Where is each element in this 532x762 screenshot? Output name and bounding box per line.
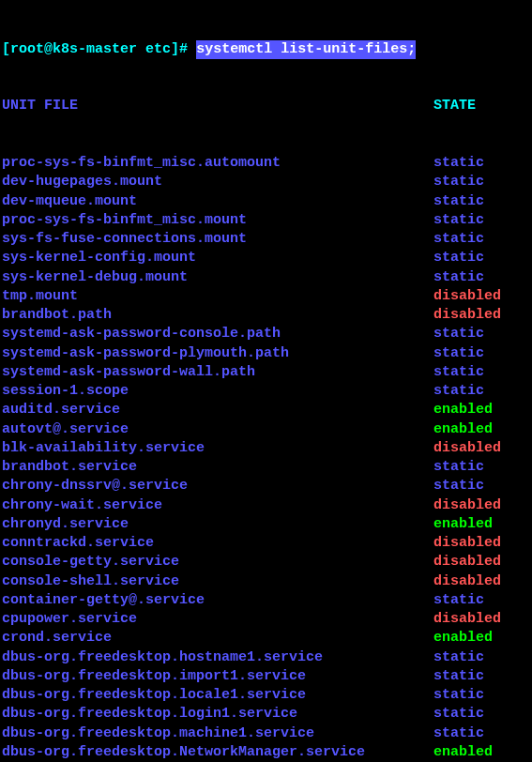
unit-name: sys-fs-fuse-connections.mount [2,230,433,249]
unit-list: proc-sys-fs-binfmt_misc.automountstaticd… [2,154,530,762]
unit-state: static [433,667,484,686]
unit-row: dev-hugepages.mountstatic [2,173,530,191]
prompt-close-bracket: ] [171,40,179,59]
unit-row: chrony-wait.servicedisabled [2,496,530,515]
unit-state: enabled [433,629,493,648]
unit-row: dbus-org.freedesktop.NetworkManager.serv… [2,743,530,762]
unit-name: dbus-org.freedesktop.login1.service [2,705,433,724]
unit-row: conntrackd.servicedisabled [2,534,530,553]
unit-name: chrony-dnssrv@.service [2,477,433,495]
prompt-line: [root@k8s-master etc]# systemctl list-un… [2,40,530,59]
unit-row: sys-kernel-config.mountstatic [2,249,530,267]
unit-state: disabled [433,496,501,515]
unit-state: enabled [433,515,493,534]
unit-name: chronyd.service [2,515,433,534]
unit-row: sys-kernel-debug.mountstatic [2,268,530,287]
unit-state: static [433,648,484,667]
unit-row: brandbot.pathdisabled [2,306,530,325]
unit-state: disabled [433,572,501,591]
unit-name: systemd-ask-password-console.path [2,325,433,343]
prompt-hash: # [179,40,196,59]
unit-name: brandbot.path [2,306,433,325]
unit-name: sys-kernel-config.mount [2,249,433,267]
unit-state: disabled [433,534,501,553]
unit-state: disabled [433,287,501,306]
unit-name: sys-kernel-debug.mount [2,268,433,287]
unit-name: console-shell.service [2,572,433,591]
unit-name: blk-availability.service [2,439,433,458]
unit-row: sys-fs-fuse-connections.mountstatic [2,230,530,249]
unit-row: brandbot.servicestatic [2,458,530,477]
unit-name: cpupower.service [2,610,433,629]
unit-state: disabled [433,439,501,458]
unit-state: static [433,249,484,267]
unit-state: static [433,211,484,230]
prompt-at: @ [44,40,53,59]
unit-row: chrony-dnssrv@.servicestatic [2,477,530,495]
header-state: STATE [433,97,476,115]
unit-row: systemd-ask-password-wall.pathstatic [2,363,530,382]
unit-row: console-shell.servicedisabled [2,572,530,591]
unit-name: dbus-org.freedesktop.machine1.service [2,724,433,743]
unit-name: systemd-ask-password-wall.path [2,363,433,382]
header-row: UNIT FILESTATE [2,97,530,115]
unit-row: session-1.scopestatic [2,382,530,401]
unit-state: disabled [433,306,501,325]
unit-row: dbus-org.freedesktop.hostname1.servicest… [2,648,530,667]
unit-name: chrony-wait.service [2,496,433,515]
unit-row: autovt@.serviceenabled [2,420,530,439]
unit-name: dbus-org.freedesktop.import1.service [2,667,433,686]
unit-state: static [433,173,484,191]
unit-state: static [433,230,484,249]
unit-name: proc-sys-fs-binfmt_misc.automount [2,154,433,173]
unit-row: dbus-org.freedesktop.machine1.servicesta… [2,724,530,743]
unit-name: brandbot.service [2,458,433,477]
unit-row: proc-sys-fs-binfmt_misc.automountstatic [2,154,530,173]
unit-row: dbus-org.freedesktop.import1.servicestat… [2,667,530,686]
unit-name: container-getty@.service [2,591,433,610]
prompt-path: etc [145,40,171,59]
unit-state: static [433,477,484,495]
unit-state: static [433,686,484,705]
unit-state: static [433,325,484,343]
unit-state: static [433,458,484,477]
unit-state: disabled [433,610,501,629]
unit-state: static [433,363,484,382]
unit-row: proc-sys-fs-binfmt_misc.mountstatic [2,211,530,230]
header-unit: UNIT FILE [2,97,433,115]
prompt-open-bracket: [ [2,40,10,59]
prompt-user: root [10,40,44,59]
unit-state: disabled [433,553,501,572]
unit-name: proc-sys-fs-binfmt_misc.mount [2,211,433,230]
unit-row: blk-availability.servicedisabled [2,439,530,458]
unit-row: auditd.serviceenabled [2,401,530,419]
unit-state: static [433,344,484,363]
prompt-host: k8s-master [53,40,137,59]
unit-row: chronyd.serviceenabled [2,515,530,534]
unit-row: cpupower.servicedisabled [2,610,530,629]
unit-state: static [433,154,484,173]
unit-state: static [433,705,484,724]
unit-name: dev-mqueue.mount [2,192,433,211]
prompt-space [137,40,145,59]
unit-state: static [433,591,484,610]
unit-name: dbus-org.freedesktop.NetworkManager.serv… [2,743,433,762]
unit-row: tmp.mountdisabled [2,287,530,306]
unit-row: container-getty@.servicestatic [2,591,530,610]
unit-name: crond.service [2,629,433,648]
unit-row: dbus-org.freedesktop.login1.servicestati… [2,705,530,724]
terminal-output: [root@k8s-master etc]# systemctl list-un… [2,2,530,762]
unit-name: tmp.mount [2,287,433,306]
unit-row: dbus-org.freedesktop.locale1.servicestat… [2,686,530,705]
unit-name: systemd-ask-password-plymouth.path [2,344,433,363]
command-text[interactable]: systemctl list-unit-files; [196,40,416,59]
unit-row: dev-mqueue.mountstatic [2,192,530,211]
unit-state: enabled [433,401,493,419]
unit-name: autovt@.service [2,420,433,439]
unit-state: enabled [433,420,493,439]
unit-state: static [433,192,484,211]
unit-name: console-getty.service [2,553,433,572]
unit-row: systemd-ask-password-plymouth.pathstatic [2,344,530,363]
unit-name: auditd.service [2,401,433,419]
unit-state: static [433,724,484,743]
